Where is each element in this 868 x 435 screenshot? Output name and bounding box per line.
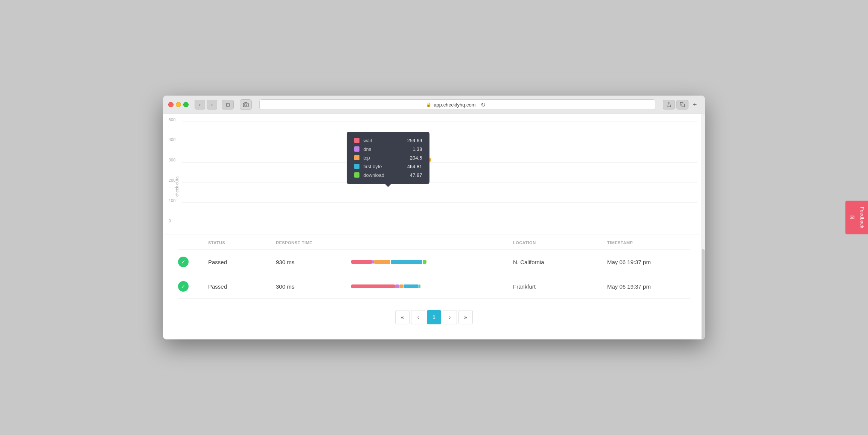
first-page-button[interactable]: « — [395, 310, 410, 324]
row-1-check: ✓ — [178, 257, 208, 267]
first-byte-label: first byte — [363, 164, 403, 169]
col-header-location: LOCATION — [513, 240, 607, 245]
dns-label: dns — [363, 146, 409, 152]
table-row: ✓ Passed 300 ms Frankfurt May 06 19:37 p… — [178, 274, 690, 299]
seg-dl-1 — [423, 260, 426, 264]
add-tab-button[interactable]: + — [690, 100, 700, 110]
table-header: STATUS RESPONSE TIME LOCATION TIMESTAMP — [178, 234, 690, 250]
col-header-icon — [178, 240, 208, 245]
wait-value: 259.69 — [407, 138, 422, 143]
status-icon-2: ✓ — [178, 281, 189, 292]
browser-content: check dura 500 400 300 200 100 — [163, 114, 705, 339]
y-label-200: 200 — [169, 178, 175, 183]
close-button[interactable] — [168, 102, 174, 107]
y-label-300: 300 — [169, 158, 175, 162]
tooltip-row-download: download 47.87 — [354, 172, 422, 178]
svg-rect-2 — [682, 104, 685, 107]
tooltip-row-tcp: tcp 204.5 — [354, 155, 422, 161]
seg-dns-2 — [395, 284, 399, 288]
tooltip-row-first-byte: first byte 464.81 — [354, 164, 422, 169]
back-button[interactable]: ‹ — [195, 100, 205, 110]
grid-line-300: 300 — [182, 162, 697, 163]
browser-actions: + — [663, 100, 700, 110]
share-button[interactable] — [663, 100, 675, 110]
feedback-icon: ✉ — [848, 214, 856, 221]
duplicate-button[interactable] — [676, 100, 688, 110]
current-page-button[interactable]: 1 — [427, 310, 441, 324]
row-1-timing — [351, 260, 513, 264]
chart-area: check dura 500 400 300 200 100 — [163, 114, 705, 234]
seg-first-1 — [391, 260, 422, 264]
seg-dl-2 — [419, 284, 420, 288]
y-label-500: 500 — [169, 117, 175, 122]
forward-icon: › — [211, 102, 213, 108]
reload-button[interactable]: ↻ — [478, 99, 489, 110]
col-header-response: RESPONSE TIME — [276, 240, 351, 245]
feedback-label: Feedback — [859, 207, 865, 228]
browser-chrome: ‹ › ⊡ 🔒 app.checklyhq.com ↻ — [163, 96, 705, 114]
grid-line-500: 500 — [182, 122, 697, 122]
grid-line-0: 0 — [182, 223, 697, 223]
feedback-button[interactable]: Feedback ✉ — [845, 201, 868, 234]
chart-grid: 500 400 300 200 100 0 — [182, 122, 697, 223]
seg-dns-1 — [372, 260, 374, 264]
browser-titlebar: ‹ › ⊡ 🔒 app.checklyhq.com ↻ — [168, 99, 700, 110]
seg-wait-1 — [351, 260, 372, 264]
back-icon: ‹ — [199, 102, 201, 108]
nav-buttons: ‹ › — [195, 100, 217, 110]
tcp-value: 204.5 — [410, 155, 422, 161]
row-2-response: 300 ms — [276, 283, 351, 290]
scrollbar[interactable] — [701, 114, 705, 339]
maximize-button[interactable] — [183, 102, 189, 107]
next-page-button[interactable]: › — [443, 310, 457, 324]
wait-color — [354, 138, 359, 143]
y-label-100: 100 — [169, 198, 175, 203]
row-1-response: 930 ms — [276, 259, 351, 265]
grid-line-400: 400 — [182, 142, 697, 142]
tooltip: wait 259.69 dns 1.38 tcp 204.5 — [347, 132, 429, 184]
tooltip-row-wait: wait 259.69 — [354, 138, 422, 143]
grid-line-200: 200 — [182, 182, 697, 183]
timing-bar-1 — [351, 260, 426, 264]
status-icon-1: ✓ — [178, 257, 189, 267]
pagination: « ‹ 1 › » — [178, 299, 690, 339]
col-header-timestamp: TIMESTAMP — [607, 240, 690, 245]
download-value: 47.87 — [410, 172, 422, 178]
row-2-location: Frankfurt — [513, 283, 607, 290]
lock-icon: 🔒 — [426, 102, 431, 107]
camera-button[interactable] — [240, 99, 252, 110]
tcp-label: tcp — [363, 155, 406, 161]
row-2-check: ✓ — [178, 281, 208, 292]
browser-window: ‹ › ⊡ 🔒 app.checklyhq.com ↻ — [163, 96, 705, 339]
last-page-button[interactable]: » — [458, 310, 473, 324]
seg-wait-2 — [351, 284, 395, 288]
row-2-timestamp: May 06 19:37 pm — [607, 283, 690, 290]
tcp-color — [354, 155, 359, 160]
traffic-lights — [168, 102, 189, 107]
svg-point-0 — [245, 104, 247, 106]
seg-tcp-2 — [399, 284, 403, 288]
scrollbar-thumb[interactable] — [702, 249, 705, 339]
col-header-status: STATUS — [208, 240, 276, 245]
row-1-status: Passed — [208, 259, 276, 265]
sidebar-toggle[interactable]: ⊡ — [222, 100, 234, 110]
tooltip-row-dns: dns 1.38 — [354, 146, 422, 152]
timing-bar-2 — [351, 284, 426, 288]
sidebar-icon: ⊡ — [226, 102, 230, 108]
row-1-location: N. California — [513, 259, 607, 265]
dns-value: 1.38 — [413, 146, 422, 152]
table-row: ✓ Passed 930 ms N. California May 06 19:… — [178, 250, 690, 274]
row-2-status: Passed — [208, 283, 276, 290]
minimize-button[interactable] — [176, 102, 181, 107]
wait-label: wait — [363, 138, 403, 143]
table-area: STATUS RESPONSE TIME LOCATION TIMESTAMP … — [163, 234, 705, 339]
download-label: download — [363, 172, 406, 178]
first-byte-value: 464.81 — [407, 164, 422, 169]
address-bar[interactable]: 🔒 app.checklyhq.com ↻ — [259, 99, 655, 110]
prev-page-button[interactable]: ‹ — [411, 310, 425, 324]
row-2-timing — [351, 284, 513, 288]
dns-color — [354, 146, 359, 152]
url-text: app.checklyhq.com — [434, 102, 475, 108]
row-1-timestamp: May 06 19:37 pm — [607, 259, 690, 265]
forward-button[interactable]: › — [207, 100, 217, 110]
